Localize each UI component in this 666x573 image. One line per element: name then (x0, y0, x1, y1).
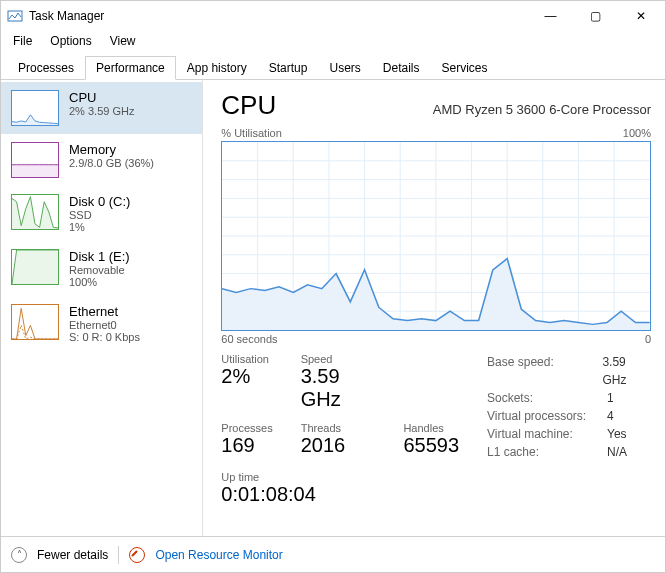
stats: Utilisation 2% Speed 3.59 GHz Processes … (221, 353, 651, 461)
footer: ˄ Fewer details Open Resource Monitor (1, 536, 665, 572)
sockets-v: 1 (607, 389, 614, 407)
titlebar[interactable]: Task Manager — ▢ ✕ (1, 1, 665, 31)
speed-value: 3.59 GHz (301, 365, 376, 411)
disk0-thumb-chart (11, 194, 59, 230)
sidebar-disk1-sub2: 100% (69, 276, 130, 288)
disk1-thumb-chart (11, 249, 59, 285)
window-title: Task Manager (29, 9, 104, 23)
vm-v: Yes (607, 425, 627, 443)
memory-thumb-chart (11, 142, 59, 178)
sidebar-disk0-sub: SSD (69, 209, 130, 221)
chevron-up-icon[interactable]: ˄ (11, 547, 27, 563)
sidebar-disk1-sub: Removable (69, 264, 130, 276)
utilisation-label: Utilisation (221, 353, 272, 365)
sidebar-disk0-sub2: 1% (69, 221, 130, 233)
threads-label: Threads (301, 422, 376, 434)
uptime-label: Up time (221, 471, 651, 483)
open-resource-monitor-link[interactable]: Open Resource Monitor (155, 548, 282, 562)
processes-value: 169 (221, 434, 272, 457)
menu-view[interactable]: View (102, 32, 144, 50)
sidebar-cpu-sub: 2% 3.59 GHz (69, 105, 134, 117)
sidebar-eth-title: Ethernet (69, 304, 140, 319)
ethernet-thumb-chart (11, 304, 59, 340)
sidebar-item-memory[interactable]: Memory 2.9/8.0 GB (36%) (1, 134, 202, 186)
fewer-details-link[interactable]: Fewer details (37, 548, 108, 562)
l1-v: N/A (607, 443, 627, 461)
detail-subtitle: AMD Ryzen 5 3600 6-Core Processor (433, 102, 651, 117)
menu-options[interactable]: Options (42, 32, 99, 50)
maximize-button[interactable]: ▢ (573, 2, 618, 30)
cpu-chart[interactable] (221, 141, 651, 331)
body: CPU 2% 3.59 GHz Memory 2.9/8.0 GB (36%) … (1, 80, 665, 536)
sidebar-item-ethernet[interactable]: Ethernet Ethernet0 S: 0 R: 0 Kbps (1, 296, 202, 351)
sockets-k: Sockets: (487, 389, 597, 407)
detail-pane: CPU AMD Ryzen 5 3600 6-Core Processor % … (203, 80, 665, 536)
menubar: File Options View (1, 31, 665, 51)
chart-label-tr: 100% (623, 127, 651, 139)
base-speed-k: Base speed: (487, 353, 592, 389)
app-icon (7, 8, 23, 24)
sidebar-eth-sub2: S: 0 R: 0 Kbps (69, 331, 140, 343)
handles-value: 65593 (403, 434, 459, 457)
handles-label: Handles (403, 422, 459, 434)
utilisation-value: 2% (221, 365, 272, 388)
sidebar-memory-sub: 2.9/8.0 GB (36%) (69, 157, 154, 169)
base-speed-v: 3.59 GHz (602, 353, 651, 389)
sidebar-disk0-title: Disk 0 (C:) (69, 194, 130, 209)
chart-label-tl: % Utilisation (221, 127, 282, 139)
menu-file[interactable]: File (5, 32, 40, 50)
processes-label: Processes (221, 422, 272, 434)
cpu-thumb-chart (11, 90, 59, 126)
close-button[interactable]: ✕ (618, 2, 663, 30)
sidebar-eth-sub: Ethernet0 (69, 319, 140, 331)
sidebar-disk1-title: Disk 1 (E:) (69, 249, 130, 264)
threads-value: 2016 (301, 434, 376, 457)
sidebar-item-disk0[interactable]: Disk 0 (C:) SSD 1% (1, 186, 202, 241)
sidebar-item-disk1[interactable]: Disk 1 (E:) Removable 100% (1, 241, 202, 296)
chart-label-bl: 60 seconds (221, 333, 277, 345)
tabstrip: Processes Performance App history Startu… (1, 51, 665, 80)
detail-title: CPU (221, 90, 276, 121)
chart-label-br: 0 (645, 333, 651, 345)
tab-processes[interactable]: Processes (7, 56, 85, 80)
tab-performance[interactable]: Performance (85, 56, 176, 80)
resource-monitor-icon[interactable] (129, 547, 145, 563)
sidebar: CPU 2% 3.59 GHz Memory 2.9/8.0 GB (36%) … (1, 80, 203, 536)
minimize-button[interactable]: — (528, 2, 573, 30)
tab-details[interactable]: Details (372, 56, 431, 80)
sidebar-item-cpu[interactable]: CPU 2% 3.59 GHz (1, 82, 202, 134)
l1-k: L1 cache: (487, 443, 597, 461)
uptime-value: 0:01:08:04 (221, 483, 651, 506)
vproc-v: 4 (607, 407, 614, 425)
tab-users[interactable]: Users (318, 56, 371, 80)
tab-app-history[interactable]: App history (176, 56, 258, 80)
footer-separator (118, 546, 119, 564)
detail-header: CPU AMD Ryzen 5 3600 6-Core Processor (221, 90, 651, 121)
sidebar-cpu-title: CPU (69, 90, 134, 105)
task-manager-window: Task Manager — ▢ ✕ File Options View Pro… (0, 0, 666, 573)
tab-services[interactable]: Services (431, 56, 499, 80)
tab-startup[interactable]: Startup (258, 56, 319, 80)
speed-label: Speed (301, 353, 376, 365)
stats-right: Base speed:3.59 GHz Sockets:1 Virtual pr… (487, 353, 651, 461)
vm-k: Virtual machine: (487, 425, 597, 443)
sidebar-memory-title: Memory (69, 142, 154, 157)
vproc-k: Virtual processors: (487, 407, 597, 425)
